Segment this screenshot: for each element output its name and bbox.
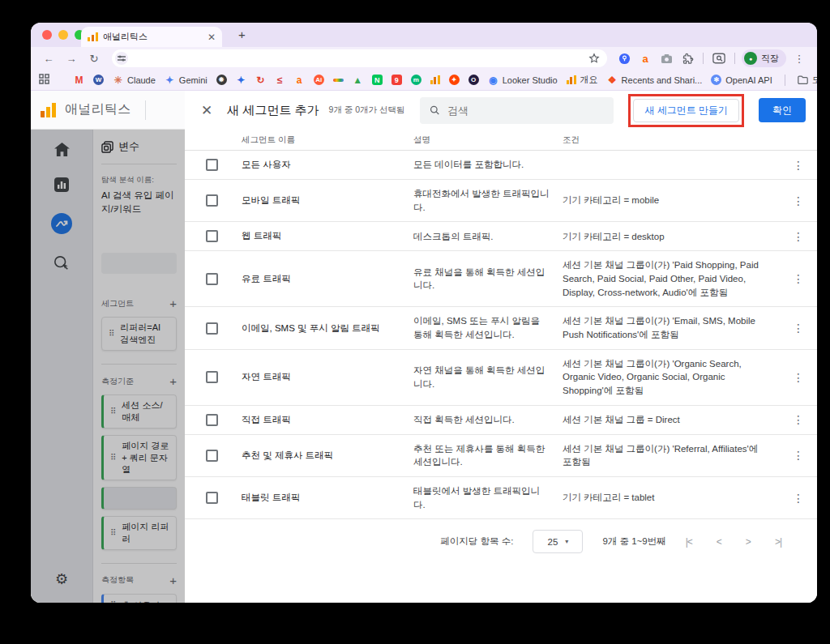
row-menu-icon[interactable]: ⋮: [780, 449, 817, 462]
segment-checkbox[interactable]: [206, 273, 218, 285]
segment-row[interactable]: 유료 트래픽유료 채널을 통해 획득한 세션입니다.세션 기본 채널 그룹이(가…: [185, 251, 817, 307]
apps-grid-icon[interactable]: [39, 74, 49, 86]
password-manager-icon[interactable]: [615, 53, 633, 65]
bookmark-wordpress[interactable]: W: [93, 75, 104, 85]
row-menu-icon[interactable]: ⋮: [780, 272, 817, 285]
segment-row[interactable]: 직접 트래픽직접 획득한 세션입니다.세션 기본 채널 그룹 = Direct⋮: [185, 406, 817, 435]
naver-icon: N: [372, 75, 383, 85]
segment-checkbox[interactable]: [206, 159, 218, 171]
segment-checkbox[interactable]: [206, 230, 218, 242]
close-window-button[interactable]: [42, 30, 52, 40]
bookmark-ai-circle[interactable]: Ai: [314, 75, 324, 85]
segment-checkbox[interactable]: [206, 492, 218, 504]
row-menu-icon[interactable]: ⋮: [780, 413, 817, 426]
minimize-window-button[interactable]: [58, 30, 68, 40]
segment-row[interactable]: 추천 및 제휴사 트래픽추천 또는 제휴사를 통해 획득한 세션입니다.세션 기…: [185, 435, 817, 477]
bookmark-claude[interactable]: ✳Claude: [113, 75, 156, 85]
bookmark-reddit[interactable]: ✦: [449, 75, 460, 85]
bookmark-looker-studio[interactable]: ◉Looker Studio: [488, 75, 558, 85]
dialog-title: 새 세그먼트 추가: [227, 103, 319, 118]
bookmark-dark-o[interactable]: O: [468, 75, 479, 85]
bookmark-red-app[interactable]: 9: [391, 75, 402, 85]
create-segment-button[interactable]: 새 세그먼트 만들기: [633, 99, 739, 122]
checkbox-cell: [185, 159, 242, 171]
segment-row[interactable]: 모바일 트래픽휴대전화에서 발생한 트래픽입니다.기기 카테고리 = mobil…: [185, 180, 817, 222]
search-input[interactable]: [447, 104, 604, 117]
confirm-button[interactable]: 확인: [759, 98, 806, 122]
all-bookmarks-button[interactable]: 모든 북마크: [798, 74, 817, 86]
extensions-puzzle-icon[interactable]: [678, 53, 696, 65]
segment-row[interactable]: 자연 트래픽자연 채널을 통해 획득한 세션입니다.세션 기본 채널 그룹이(가…: [185, 350, 817, 406]
bookmark-label: Looker Studio: [503, 75, 558, 85]
checkbox-cell: [185, 194, 242, 207]
bookmark-gemini[interactable]: ✦Gemini: [165, 75, 208, 85]
row-menu-icon[interactable]: ⋮: [780, 159, 817, 172]
items-per-page-label: 페이지당 항목 수:: [440, 535, 513, 548]
back-button[interactable]: ←: [39, 53, 58, 65]
checkbox-cell: [185, 322, 242, 335]
bookmark-google-drive[interactable]: ▲: [353, 75, 363, 85]
bookmark-red-check[interactable]: ≤: [275, 75, 285, 85]
segment-condition: 세션 기본 채널 그룹 = Direct: [563, 413, 780, 427]
bookmark-openai[interactable]: ✻OpenAI API: [711, 75, 772, 85]
bookmark-analytics[interactable]: [430, 75, 440, 84]
dialog-close-icon[interactable]: ✕: [201, 102, 212, 119]
tab-strip: 애널리틱스 ✕ +: [31, 23, 817, 47]
segment-row[interactable]: 태블릿 트래픽태블릿에서 발생한 트래픽입니다.기기 카테고리 = tablet…: [185, 477, 817, 519]
address-bar[interactable]: [112, 49, 607, 67]
new-tab-button[interactable]: +: [232, 28, 252, 41]
first-page-button[interactable]: |<: [686, 536, 692, 548]
prev-page-button[interactable]: <: [717, 536, 721, 548]
last-page-button[interactable]: >|: [775, 536, 781, 548]
profile-chip[interactable]: ● 직장: [742, 49, 786, 67]
segment-checkbox[interactable]: [206, 414, 218, 426]
ga-header: 애널리틱스: [31, 91, 185, 130]
bookmark-red-swirl[interactable]: ↻: [255, 75, 266, 85]
segment-checkbox[interactable]: [206, 322, 218, 335]
next-page-button[interactable]: >: [746, 536, 751, 548]
bookmark-label: Claude: [127, 75, 156, 85]
segment-row[interactable]: 이메일, SMS 및 푸시 알림 트래픽이메일, SMS 또는 푸시 알림을 통…: [185, 307, 817, 349]
bookmark-chatgpt[interactable]: ❋: [216, 75, 227, 85]
segment-row[interactable]: 모든 사용자모든 데이터를 포함합니다.⋮: [185, 151, 817, 180]
tab-title: 애널리틱스: [103, 31, 203, 43]
screenshot-icon[interactable]: [657, 53, 675, 64]
checkbox-cell: [185, 414, 242, 426]
row-menu-icon[interactable]: ⋮: [780, 371, 817, 384]
search-icon: [430, 104, 440, 116]
bookmark-ga-overview[interactable]: 개요: [567, 74, 598, 86]
row-menu-icon[interactable]: ⋮: [780, 230, 817, 243]
segment-checkbox[interactable]: [206, 371, 218, 383]
bookmark-star-icon[interactable]: [585, 53, 603, 64]
bookmark-naver[interactable]: N: [372, 75, 383, 85]
segment-row[interactable]: 웹 트래픽데스크톱의 트래픽.기기 카테고리 = desktop⋮: [185, 222, 817, 251]
page-size-select[interactable]: 25 ▾: [533, 530, 583, 553]
alibaba-icon: a: [294, 75, 305, 85]
forward-button[interactable]: →: [62, 53, 81, 65]
segment-checkbox[interactable]: [206, 450, 218, 462]
row-menu-icon[interactable]: ⋮: [780, 194, 817, 207]
segment-checkbox[interactable]: [206, 194, 218, 207]
row-menu-icon[interactable]: ⋮: [780, 492, 817, 505]
bookmarks-bar: MW✳Claude✦Gemini❋✦↻≤aAi▲N9m✦O ◉Looker St…: [31, 70, 817, 91]
segment-description: 모든 데이터를 포함합니다.: [413, 158, 563, 172]
row-menu-icon[interactable]: ⋮: [780, 322, 817, 335]
bookmark-medium-green[interactable]: m: [411, 75, 421, 85]
bookmark-alibaba[interactable]: a: [294, 75, 305, 85]
browser-tab[interactable]: 애널리틱스 ✕: [81, 27, 222, 47]
alibaba-extension-icon[interactable]: a: [636, 53, 654, 65]
bookmark-rainbow-dash[interactable]: [333, 79, 344, 82]
browser-menu-button[interactable]: ⋮: [789, 53, 809, 65]
checkbox-cell: [185, 492, 242, 504]
bookmark-figma[interactable]: ❖Recents and Shari...: [607, 75, 703, 85]
tab-close-icon[interactable]: ✕: [208, 32, 216, 43]
reload-button[interactable]: ↻: [84, 53, 104, 65]
annotation-red-box: 새 세그먼트 만들기: [628, 94, 744, 127]
bookmark-label: 개요: [580, 74, 598, 86]
site-info-icon[interactable]: [115, 52, 128, 65]
bookmark-sparkle[interactable]: ✦: [236, 75, 246, 85]
bookmark-gmail[interactable]: M: [74, 75, 84, 85]
segment-dialog: ✕ 새 세그먼트 추가 9개 중 0개가 선택됨 새 세그먼트 만들기 확인 세…: [185, 91, 817, 603]
tab-search-icon[interactable]: [710, 53, 728, 64]
segment-search[interactable]: [420, 97, 614, 124]
